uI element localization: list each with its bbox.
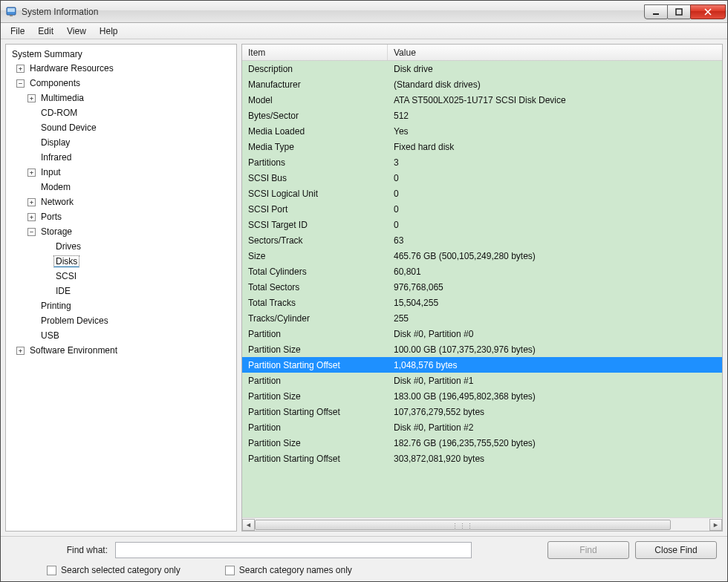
detail-row[interactable]: Partition Starting Offset1,048,576 bytes (242, 357, 722, 373)
menu-help[interactable]: Help (93, 24, 125, 38)
detail-list[interactable]: DescriptionDisk driveManufacturer(Standa… (242, 61, 722, 517)
menu-edit[interactable]: Edit (31, 24, 60, 38)
expand-icon[interactable]: + (27, 213, 36, 221)
detail-item: Partition (242, 329, 388, 339)
detail-value: 63 (388, 235, 722, 246)
tree-item-infrared[interactable]: Infrared (39, 151, 74, 163)
detail-row[interactable]: Size465.76 GB (500,105,249,280 bytes) (242, 248, 722, 264)
scroll-right-icon[interactable]: ► (709, 519, 722, 531)
window-controls (645, 4, 726, 19)
detail-value: 512 (388, 111, 722, 121)
checkbox-search-category-names[interactable]: Search category names only (225, 565, 352, 575)
detail-row[interactable]: Partition Starting Offset303,872,081,920… (242, 451, 722, 466)
tree-item-ports[interactable]: Ports (39, 211, 64, 223)
menu-view[interactable]: View (60, 24, 93, 38)
collapse-icon[interactable]: − (16, 79, 25, 88)
detail-item: SCSI Bus (242, 173, 388, 183)
detail-row[interactable]: Media TypeFixed hard disk (242, 139, 722, 154)
maximize-button[interactable] (667, 4, 691, 19)
collapse-icon[interactable]: − (27, 228, 36, 236)
detail-row[interactable]: SCSI Target ID0 (242, 217, 722, 232)
detail-row[interactable]: Total Tracks15,504,255 (242, 295, 722, 310)
close-button[interactable] (690, 4, 726, 19)
tree-item-storage[interactable]: Storage (39, 226, 74, 238)
scroll-thumb[interactable]: ⋮⋮⋮ (255, 520, 671, 530)
tree-item-problem-devices[interactable]: Problem Devices (39, 315, 111, 327)
detail-value: 3 (388, 157, 722, 168)
detail-row[interactable]: Total Cylinders60,801 (242, 264, 722, 279)
tree-item-display[interactable]: Display (39, 137, 72, 148)
expand-icon[interactable]: + (16, 65, 25, 73)
find-button[interactable]: Find (547, 541, 629, 559)
expand-icon[interactable]: + (16, 347, 25, 355)
detail-value: 255 (388, 313, 722, 324)
detail-row[interactable]: Sectors/Track63 (242, 232, 722, 248)
detail-value: 1,048,576 bytes (388, 360, 722, 370)
titlebar[interactable]: System Information (1, 1, 727, 23)
tree-item-sound[interactable]: Sound Device (39, 122, 99, 134)
tree-root[interactable]: System Summary (9, 48, 235, 61)
detail-row[interactable]: ModelATA ST500LX025-1U717 SCSI Disk Devi… (242, 92, 722, 108)
tree-item-multimedia[interactable]: Multimedia (39, 92, 86, 104)
close-find-button[interactable]: Close Find (635, 541, 717, 559)
detail-row[interactable]: SCSI Port0 (242, 201, 722, 217)
detail-item: Partitions (242, 157, 388, 168)
detail-row[interactable]: Partition Starting Offset107,376,279,552… (242, 404, 722, 419)
expand-icon[interactable]: + (27, 94, 36, 102)
detail-row[interactable]: Partition Size100.00 GB (107,375,230,976… (242, 341, 722, 357)
tree-item-input[interactable]: Input (39, 166, 63, 178)
detail-row[interactable]: Bytes/Sector512 (242, 108, 722, 123)
detail-value: 0 (388, 189, 722, 199)
column-header-item[interactable]: Item (242, 45, 388, 60)
horizontal-scrollbar[interactable]: ◄ ⋮⋮⋮ ► (242, 517, 722, 531)
tree-item-disks[interactable]: Disks (53, 255, 79, 267)
detail-row[interactable]: Partition Size183.00 GB (196,495,802,368… (242, 388, 722, 404)
tree-item-ide[interactable]: IDE (53, 285, 73, 297)
tree-item-drives[interactable]: Drives (53, 241, 83, 252)
detail-row[interactable]: Total Sectors976,768,065 (242, 279, 722, 295)
minimize-button[interactable] (644, 4, 668, 19)
expand-icon[interactable]: + (27, 198, 36, 206)
detail-item: Total Sectors (242, 282, 388, 292)
tree-item-modem[interactable]: Modem (39, 181, 73, 193)
tree-item-software-environment[interactable]: Software Environment (27, 344, 120, 356)
detail-row[interactable]: SCSI Logical Unit0 (242, 186, 722, 201)
expand-icon[interactable]: + (27, 169, 36, 177)
detail-item: Media Type (242, 142, 388, 152)
tree-item-network[interactable]: Network (39, 196, 76, 208)
detail-item: Partition Size (242, 438, 388, 448)
tree-item-components[interactable]: Components (27, 77, 82, 89)
detail-row[interactable]: PartitionDisk #0, Partition #0 (242, 326, 722, 341)
scroll-track[interactable]: ⋮⋮⋮ (255, 519, 709, 531)
detail-row[interactable]: Media LoadedYes (242, 123, 722, 139)
tree-item-scsi[interactable]: SCSI (53, 270, 79, 282)
checkbox-search-selected-category[interactable]: Search selected category only (47, 565, 181, 575)
detail-row[interactable]: DescriptionDisk drive (242, 61, 722, 76)
detail-value: 0 (388, 204, 722, 215)
svg-rect-2 (10, 15, 13, 16)
find-bar: Find what: Find Close Find Search select… (1, 536, 727, 581)
menu-file[interactable]: File (4, 24, 31, 38)
tree-item-printing[interactable]: Printing (39, 300, 74, 312)
detail-row[interactable]: Manufacturer(Standard disk drives) (242, 76, 722, 92)
detail-item: Size (242, 251, 388, 261)
detail-row[interactable]: Partitions3 (242, 154, 722, 170)
app-icon (5, 6, 17, 18)
detail-row[interactable]: Tracks/Cylinder255 (242, 310, 722, 326)
checkbox-label: Search selected category only (61, 565, 181, 575)
detail-value: 0 (388, 220, 722, 230)
detail-item: SCSI Logical Unit (242, 189, 388, 199)
category-tree[interactable]: System Summary + Hardware Resources − Co… (6, 45, 236, 531)
tree-item-hardware-resources[interactable]: Hardware Resources (27, 62, 116, 74)
tree-item-usb[interactable]: USB (39, 330, 62, 341)
detail-row[interactable]: SCSI Bus0 (242, 170, 722, 186)
detail-row[interactable]: Partition Size182.76 GB (196,235,755,520… (242, 435, 722, 451)
tree-item-cdrom[interactable]: CD-ROM (39, 107, 79, 119)
detail-row[interactable]: PartitionDisk #0, Partition #1 (242, 373, 722, 388)
column-header-value[interactable]: Value (388, 45, 722, 60)
detail-row[interactable]: PartitionDisk #0, Partition #2 (242, 419, 722, 435)
find-input[interactable] (115, 542, 472, 558)
detail-item: Partition Starting Offset (242, 407, 388, 417)
scroll-left-icon[interactable]: ◄ (242, 519, 255, 531)
detail-item: Partition Size (242, 344, 388, 355)
